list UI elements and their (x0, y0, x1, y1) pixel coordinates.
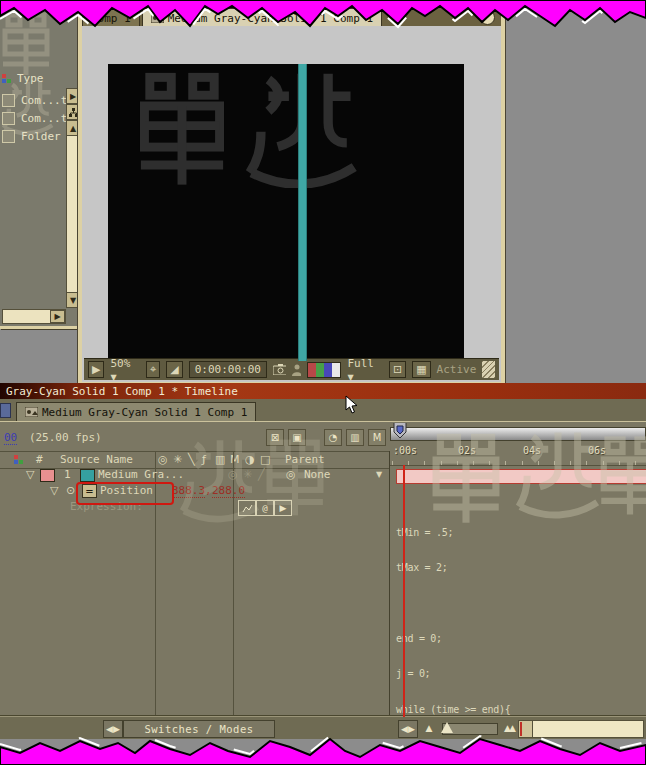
comp-flowchart-icon[interactable]: ▣ (288, 429, 306, 446)
current-time-field[interactable]: 00 (25.00 fps) (4, 431, 102, 444)
timeline-title-bar[interactable]: Gray-Cyan Solid 1 Comp 1 * Timeline (0, 383, 646, 399)
timeline-tab-comp[interactable]: Medium Gray-Cyan Solid 1 Comp 1 (16, 402, 256, 421)
layer-duration-bar[interactable] (396, 469, 646, 484)
viewer-status-bar: ▶ 50% ▼ ⌖ ◢ 0:00:00:00 Full ▼ ⊡ ▦ Active (84, 358, 499, 380)
ruler-tick: :00s (393, 445, 417, 456)
ruler-tick: 02s (458, 445, 476, 456)
position-separator: , (205, 484, 212, 497)
adjustment-column-icon: ◑ (245, 453, 255, 466)
project-item-label: Folder (21, 130, 61, 143)
resolution-value: Full (347, 357, 374, 370)
best-quality-icon[interactable]: ╱ (258, 468, 265, 481)
tab-comp-1[interactable]: Comp 1 (82, 8, 140, 26)
panel-pager-icon[interactable]: ◀▶ (103, 720, 123, 738)
enable-frame-blend-icon[interactable]: ▥ (346, 429, 364, 446)
layer-row[interactable]: ▽ 1 Medium Gra... ◎ ✳ ╱ ◎ None ▼ (0, 467, 390, 483)
type-swatch-icon (2, 74, 12, 84)
watermark (136, 68, 366, 198)
screenshot-stage: Type Com...t Com...t Folder ▶ ▲ ▼ ▶ (0, 0, 646, 765)
project-item-comp-1[interactable]: Com...t (2, 94, 67, 107)
tab-label: Medium Gray-Cyan Solid 1 Comp 1 (42, 406, 247, 419)
project-item-label: Com...t (21, 94, 67, 107)
resize-grip[interactable] (482, 361, 495, 378)
enable-motion-blur-icon[interactable]: M (368, 429, 386, 446)
current-time-line[interactable] (403, 465, 405, 717)
layer-color-swatch[interactable] (40, 469, 55, 482)
blue-channel-icon[interactable] (324, 363, 332, 377)
region-of-interest-icon[interactable]: ⊡ (389, 361, 406, 378)
stopwatch-icon[interactable]: ⊙ (66, 484, 75, 497)
switches-modes-button[interactable]: Switches / Modes (123, 720, 275, 738)
red-channel-icon[interactable] (308, 363, 316, 377)
current-time-indicator[interactable] (392, 423, 410, 443)
zoom-slider-thumb[interactable] (441, 722, 453, 733)
time-ruler[interactable]: :00s 02s 04s 06s (390, 439, 646, 466)
position-y-value[interactable]: 288.0 (212, 484, 245, 498)
cyan-solid-layer[interactable] (298, 64, 307, 361)
quality-switch-icon[interactable]: ◎ (228, 468, 238, 481)
solid-layer-icon (80, 469, 95, 482)
project-panel-hscrollbar[interactable]: ▶ (2, 309, 66, 324)
show-channel-icon[interactable] (292, 364, 301, 376)
current-time-display[interactable]: 0:00:00:00 (189, 361, 267, 378)
snapshot-camera-icon[interactable] (273, 364, 287, 375)
layer-name[interactable]: Medium Gra... (98, 468, 184, 481)
graph-pager-icon[interactable]: ◀▶ (398, 720, 418, 738)
magnification-select[interactable]: 50% ▼ (110, 357, 140, 383)
mask-visibility-icon[interactable]: ◢ (166, 361, 182, 378)
tab-label: Medium Gray-Cyan Solid 1 Comp 1 (168, 12, 373, 25)
zoom-level: 50% (110, 357, 130, 370)
3d-column-icon: □ (260, 453, 270, 466)
zoom-out-icon[interactable]: ▲ (419, 720, 439, 736)
safe-zones-icon[interactable]: ⌖ (146, 361, 160, 378)
column-parent[interactable]: Parent (285, 453, 325, 466)
expander-icon[interactable]: ▽ (26, 468, 34, 481)
column-source-name[interactable]: Source Name (60, 453, 133, 466)
comp-family-icon[interactable]: ⊠ (266, 429, 284, 446)
parent-value[interactable]: None (304, 468, 331, 481)
resolution-select[interactable]: Full ▼ (347, 357, 383, 383)
layer-index: 1 (64, 468, 71, 481)
ruler-minor-ticks (392, 461, 646, 465)
green-channel-icon[interactable] (316, 363, 324, 377)
collapse-column-icon: ✳ (173, 453, 182, 466)
collapse-switch-icon[interactable]: ✳ (243, 468, 252, 481)
play-button[interactable]: ▶ (88, 361, 104, 378)
expression-language-menu-icon[interactable]: ▶ (274, 500, 292, 516)
tab-medium-gray-cyan-comp[interactable]: Medium Gray-Cyan Solid 1 Comp 1 (142, 8, 382, 26)
hscroll-thumb[interactable] (518, 720, 533, 738)
timeline-bottom-bar: ◀▶ Switches / Modes ◀▶ ▲ ▲▲ (0, 716, 646, 739)
composition-canvas[interactable] (108, 64, 464, 361)
expander-icon[interactable]: ▽ (50, 484, 58, 497)
active-camera-label[interactable]: Active (437, 363, 477, 376)
comp-thumbnail-icon (2, 112, 15, 125)
timeline-tab-bar: Medium Gray-Cyan Solid 1 Comp 1 (0, 399, 646, 422)
expression-pickwhip-icon[interactable]: @ (256, 500, 274, 516)
parent-pickwhip-icon[interactable]: ◎ (286, 468, 296, 481)
position-property-row[interactable]: ▽ ⊙ = Position 388.3 , 288.0 (0, 483, 390, 499)
ruler-tick: 04s (523, 445, 541, 456)
expression-row[interactable]: Expression: @ ▶ (0, 499, 390, 515)
project-item-folder[interactable]: Folder (2, 130, 61, 143)
shy-column-icon: ◎ (158, 453, 168, 466)
palette-well-icon[interactable] (480, 10, 495, 25)
chevron-down-icon[interactable]: ▼ (376, 470, 382, 479)
composition-viewer-window: Comp 1 Medium Gray-Cyan Solid 1 Comp 1 ▶… (78, 8, 505, 386)
hscroll-track[interactable] (532, 720, 644, 738)
position-x-value[interactable]: 388.3 (172, 484, 205, 498)
column-number[interactable]: # (36, 453, 43, 466)
channel-swatches[interactable] (307, 362, 341, 378)
type-column-header[interactable]: Type (2, 72, 44, 85)
zoom-in-icon[interactable]: ▲▲ (498, 720, 520, 736)
scroll-right-icon[interactable]: ▶ (50, 310, 65, 323)
alpha-channel-icon[interactable] (332, 363, 340, 377)
expression-graph-icon[interactable] (238, 500, 256, 516)
time-value[interactable]: 00 (4, 431, 17, 445)
timeline-zoom-slider[interactable] (442, 723, 498, 735)
project-item-comp-2[interactable]: Com...t (2, 112, 67, 125)
expression-code[interactable]: tMin = .5; tMax = 2; end = 0; j = 0; whi… (396, 503, 646, 717)
transparency-grid-icon[interactable]: ▦ (412, 361, 430, 378)
ruler-tick: 06s (588, 445, 606, 456)
enable-shy-icon[interactable]: ◔ (324, 429, 342, 446)
timeline-title: Gray-Cyan Solid 1 Comp 1 * Timeline (6, 385, 238, 398)
